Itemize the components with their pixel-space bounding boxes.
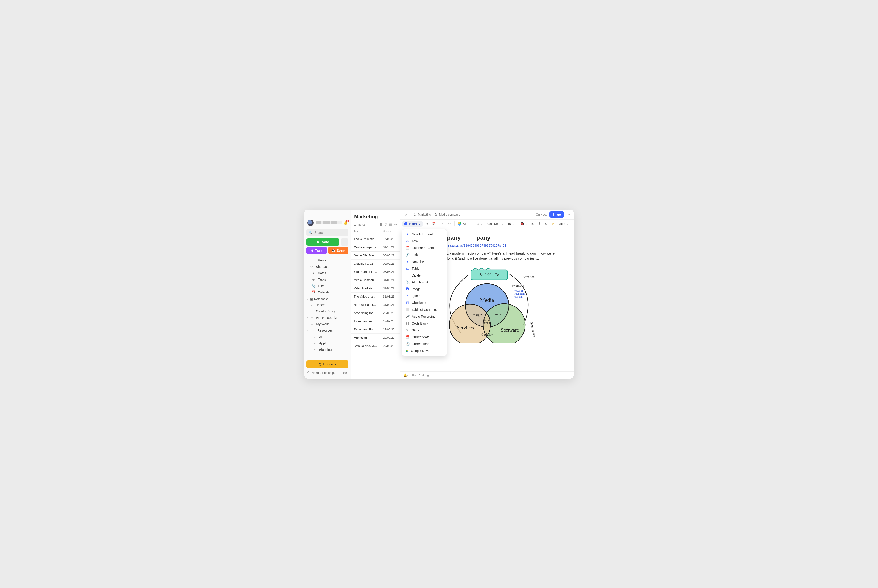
note-row[interactable]: Video Marketing31/03/21 — [351, 284, 400, 292]
note-row[interactable]: Advertising for new …20/09/20 — [351, 309, 400, 317]
col-title[interactable]: Title — [351, 228, 380, 235]
highlight-icon[interactable]: A — [550, 221, 556, 226]
note-row[interactable]: Seth Godin's Market…29/05/20 — [351, 342, 400, 350]
ai-label: AI — [463, 222, 466, 225]
italic-icon[interactable]: I — [537, 221, 542, 226]
insert-button[interactable]: +Insert⌄ — [402, 221, 422, 227]
calendar-toolbar-icon[interactable]: 📅 — [431, 221, 436, 226]
note-row[interactable]: Organic vs. paid ma…06/05/21 — [351, 260, 400, 268]
view-icon[interactable]: ▥ — [389, 223, 392, 226]
col-updated[interactable]: Updated↓ — [380, 228, 400, 235]
upgrade-button[interactable]: ⬡Upgrade — [307, 360, 349, 368]
sketch-label-top: Scalable Co — [480, 273, 499, 277]
nav-back-icon[interactable]: ← — [339, 213, 343, 217]
note-row[interactable]: Marketing29/08/20 — [351, 334, 400, 342]
note-paragraph[interactable]: …a modern media company? Here's a thread… — [446, 251, 558, 261]
notebook-ai[interactable]: ▫AI — [305, 334, 349, 340]
insert-image[interactable]: 🖼Image — [402, 286, 447, 292]
filter-icon[interactable]: ▽ — [385, 223, 387, 226]
note-count: 14 notes — [354, 223, 365, 226]
new-note-button[interactable]: 🗎Note — [307, 238, 339, 246]
nav-label: Shortcuts — [316, 265, 329, 268]
expand-icon[interactable]: ⤢ — [403, 212, 409, 217]
notebook-item-label: Creator Story — [316, 309, 335, 313]
font-family-dropdown[interactable]: Sans Serif⌄ — [485, 221, 505, 226]
sort-icon[interactable]: ⇅ — [380, 223, 382, 226]
insert-note-link[interactable]: 🗎Note link — [402, 258, 447, 265]
insert-attachment[interactable]: 📎Attachment — [402, 279, 447, 286]
note-row[interactable]: Swipe File: Marketin…06/05/21 — [351, 251, 400, 260]
sidebar-notes[interactable]: 🗎Notes — [305, 270, 349, 276]
new-task-button[interactable]: ⊘Task — [307, 247, 327, 254]
insert-current-time[interactable]: 🕑Current time — [402, 340, 447, 347]
insert-task[interactable]: ⊘Task — [402, 238, 447, 244]
insert-table[interactable]: ▦Table — [402, 265, 447, 272]
insert-sketch[interactable]: ✎Sketch — [402, 327, 447, 334]
insert-google-drive[interactable]: Google Drive — [402, 347, 447, 354]
note-row[interactable]: The Value of a Velv…31/03/21 — [351, 292, 400, 301]
note-row[interactable]: Media Company Ma…31/03/21 — [351, 276, 400, 284]
insert-code-block[interactable]: { }Code Block — [402, 320, 447, 327]
more-format-dropdown[interactable]: More⌄ — [557, 221, 570, 226]
list-more-icon[interactable]: ⋯ — [394, 223, 397, 226]
insert-divider[interactable]: —Divider — [402, 272, 447, 279]
task-toolbar-icon[interactable]: ⊘ — [424, 221, 429, 226]
notebook-hot-notebooks[interactable]: ›▫Hot Notebooks — [305, 315, 349, 321]
note-row[interactable]: Tweet from Rob Wal…17/09/20 — [351, 326, 400, 334]
sidebar-tasks[interactable]: ⊘Tasks — [305, 276, 349, 283]
notebook-creator-story[interactable]: ▫Creator Story — [305, 308, 349, 315]
sidebar-shortcuts[interactable]: ›☆Shortcuts — [305, 264, 349, 270]
ai-button[interactable]: AI⌄ — [456, 221, 470, 226]
breadcrumb[interactable]: 🗂 Marketing › 🗎 Media company — [413, 213, 460, 216]
new-note-more-button[interactable]: ⋯ — [341, 238, 349, 246]
underline-icon[interactable]: U — [543, 221, 549, 226]
note-title[interactable]: Media comMedia companypany — [446, 234, 558, 242]
editor-more-icon[interactable]: ⋯ — [566, 212, 571, 217]
search-input[interactable]: 🔍 Search — [307, 229, 349, 236]
tag-add-icon[interactable]: 🏷₊ — [411, 374, 416, 377]
bold-icon[interactable]: B — [530, 221, 535, 226]
notebook-my-work[interactable]: ›▫My Work — [305, 321, 349, 327]
note-row-title: Media Company Ma… — [351, 276, 380, 284]
font-size-dropdown[interactable]: 15⌄ — [506, 221, 516, 226]
insert-table-of-contents[interactable]: ☰Table of Contents — [402, 306, 447, 313]
redo-icon[interactable]: ↷ — [447, 221, 453, 226]
undo-icon[interactable]: ↶ — [440, 221, 446, 226]
note-row[interactable]: Tweet from Amanda…17/09/20 — [351, 317, 400, 326]
notifications-icon[interactable]: 🔔2 — [344, 221, 347, 225]
nav-forward-icon[interactable]: → — [344, 213, 347, 217]
insert-current-date[interactable]: 📅Current date — [402, 334, 447, 340]
keyboard-icon[interactable]: ⌨ — [343, 371, 347, 375]
share-button[interactable]: Share — [549, 212, 564, 218]
notebook-apple[interactable]: ▫Apple — [305, 340, 349, 346]
text-color-dropdown[interactable]: ⌄ — [519, 221, 528, 226]
notebook--inbox[interactable]: ▫.Inbox — [305, 302, 349, 308]
help-icon[interactable]: ⓘ — [307, 371, 310, 375]
note-row[interactable]: Media company01/10/21 — [351, 243, 400, 251]
notebook-resources[interactable]: ⌄▫Resources — [305, 327, 349, 334]
add-tag-label[interactable]: Add tag — [419, 374, 429, 377]
note-source-link[interactable]: heiss/status/1284869686799335425?s=09 — [446, 244, 506, 247]
insert-checkbox[interactable]: ☒Checkbox — [402, 299, 447, 306]
user-row[interactable]: 🔔2 — [304, 218, 351, 228]
sidebar-files[interactable]: 📎Files — [305, 283, 349, 289]
insert-audio-recording[interactable]: 🎤Audio Recording — [402, 313, 447, 320]
help-label[interactable]: Need a little help? — [312, 371, 335, 375]
paragraph-style-dropdown[interactable]: Aa⌄ — [474, 221, 484, 226]
note-row[interactable]: No New Categories31/03/21 — [351, 301, 400, 309]
insert-quote[interactable]: ❝Quote — [402, 292, 447, 299]
note-row[interactable]: The GTM motions o…17/08/22 — [351, 235, 400, 243]
sidebar-home[interactable]: ⌂Home — [305, 257, 349, 264]
note-row[interactable]: Your Startup Is a M…06/05/21 — [351, 268, 400, 276]
insert-new-linked-note[interactable]: 🗎New linked note — [402, 231, 447, 238]
notebook-blogging[interactable]: ▫Blogging — [305, 346, 349, 353]
notebooks-section[interactable]: ⌄▣Notebooks — [305, 296, 349, 302]
new-event-button[interactable]: 📅Event — [328, 247, 349, 254]
chevron-down-icon: ⌄ — [307, 298, 309, 300]
sidebar-calendar[interactable]: 📅Calendar — [305, 289, 349, 296]
notebook-item-label: Blogging — [319, 348, 332, 351]
reminder-icon[interactable]: 🔔₊ — [403, 374, 409, 377]
insert-link[interactable]: 🔗Link — [402, 251, 447, 258]
note-row-title: Tweet from Rob Wal… — [351, 326, 380, 333]
insert-calendar-event[interactable]: 📅Calendar Event — [402, 244, 447, 251]
